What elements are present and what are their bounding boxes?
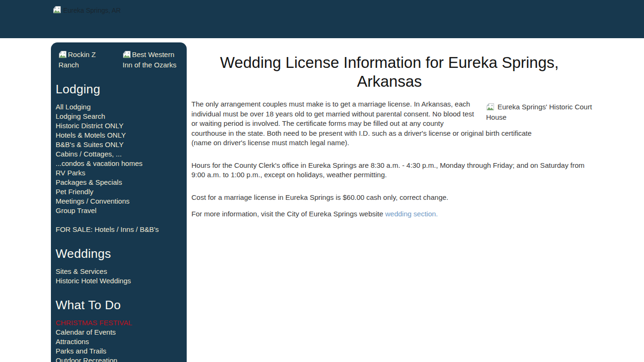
sidebar-link-attractions[interactable]: Attractions [56, 337, 182, 346]
sidebar-section-heading-weddings: Weddings [56, 247, 182, 261]
sidebar-link-for-sale-hotels-inns-b-b-s[interactable]: FOR SALE: Hotels / Inns / B&B's [56, 225, 182, 234]
sidebar-ad-broken-image[interactable]: Rockin Z Ranch [58, 50, 118, 70]
site-logo-broken-image[interactable]: Eureka Springs, AR [53, 6, 121, 15]
wedding-section-link[interactable]: wedding section. [385, 210, 438, 218]
sidebar-sections: LodgingAll LodgingLodging SearchHistoric… [56, 82, 182, 362]
more-info-text: For more information, visit the City of … [191, 210, 385, 218]
broken-image-icon [58, 51, 67, 60]
sidebar-link-christmas-festival[interactable]: CHRISTMAS FESTIVAL [56, 318, 182, 328]
broken-image-icon [486, 103, 495, 113]
sidebar-ads: Rockin Z RanchBest Western Inn of the Oz… [58, 50, 182, 70]
sidebar-link-rv-parks[interactable]: RV Parks [56, 168, 182, 178]
courthouse-broken-image: Eureka Springs' Historic Court House [486, 102, 592, 122]
sidebar-link-pet-friendly[interactable]: Pet Friendly [56, 187, 182, 197]
sidebar-link-parks-and-trails[interactable]: Parks and Trails [56, 346, 182, 356]
article-body: Eureka Springs' Historic Court House The… [187, 99, 592, 219]
sidebar: Rockin Z RanchBest Western Inn of the Oz… [51, 42, 187, 362]
sidebar-link-historic-district-only[interactable]: Historic District ONLY [56, 121, 182, 131]
sidebar-link-meetings-conventions[interactable]: Meetings / Conventions [56, 197, 182, 206]
sidebar-link-sites-services[interactable]: Sites & Services [56, 267, 182, 276]
page-title: Wedding License Information for Eureka S… [187, 53, 592, 91]
sidebar-ad-broken-image[interactable]: Best Western Inn of the Ozarks [123, 50, 182, 70]
broken-image-icon [53, 6, 61, 15]
content-wrap: Rockin Z RanchBest Western Inn of the Oz… [51, 38, 644, 362]
paragraph-license-cost: Cost for a marriage license in Eureka Sp… [191, 193, 592, 203]
site-logo-alt-text: Eureka Springs, AR [63, 7, 121, 14]
sidebar-link-packages-specials[interactable]: Packages & Specials [56, 178, 182, 187]
paragraph-text: The only arrangement couples must make i… [191, 100, 532, 137]
broken-image-icon [123, 51, 131, 60]
courthouse-image-alt-text: Eureka Springs' Historic Court House [486, 103, 592, 121]
sidebar-link-outdoor-recreation[interactable]: Outdoor Recreation [56, 356, 182, 362]
sidebar-link-calendar-of-events[interactable]: Calendar of Events [56, 328, 182, 337]
sidebar-link-b-b-s-suites-only[interactable]: B&B's & Suites ONLY [56, 140, 182, 149]
sidebar-link-hotels-motels-only[interactable]: Hotels & Motels ONLY [56, 131, 182, 140]
sidebar-link-condos-vacation-homes[interactable]: ...condos & vacation homes [56, 159, 182, 168]
main-content: Wedding License Information for Eureka S… [187, 38, 592, 226]
paragraph-clerk-hours: Hours for the County Clerk's office in E… [191, 161, 592, 180]
sidebar-link-all-lodging[interactable]: All Lodging [56, 102, 182, 112]
sidebar-link-group-travel[interactable]: Group Travel [56, 206, 182, 215]
paragraph-text: (name on driver's license must match leg… [191, 139, 349, 147]
sidebar-link-cabins-cottages[interactable]: Cabins / Cottages, ... [56, 149, 182, 159]
paragraph-more-info: For more information, visit the City of … [191, 209, 592, 219]
site-header: Eureka Springs, AR [0, 0, 644, 38]
sidebar-link-lodging-search[interactable]: Lodging Search [56, 112, 182, 121]
sidebar-section-heading-what-to-do: What To Do [56, 298, 182, 313]
sidebar-section-heading-lodging: Lodging [56, 82, 182, 97]
sidebar-link-historic-hotel-weddings[interactable]: Historic Hotel Weddings [56, 276, 182, 286]
